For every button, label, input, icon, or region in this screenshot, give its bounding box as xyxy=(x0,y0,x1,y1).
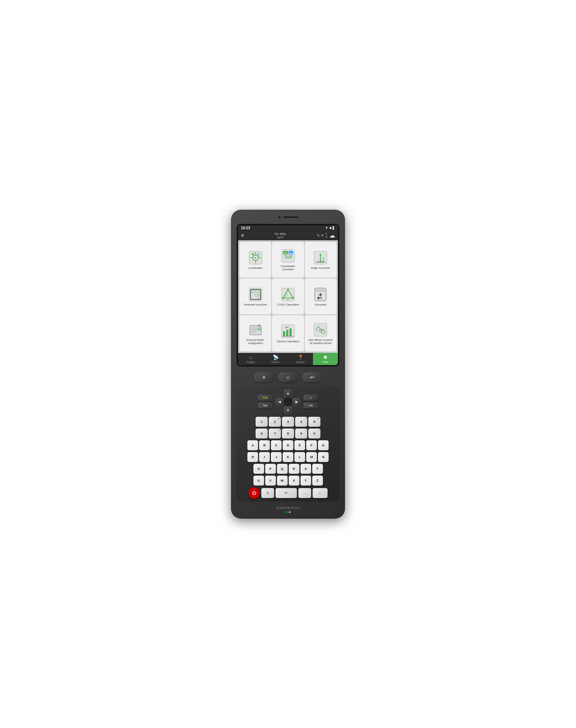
no-data-label: No data xyxy=(275,232,286,236)
header-info: No data Age0 xyxy=(246,232,314,239)
key-n[interactable]: N xyxy=(318,452,329,462)
led-2 xyxy=(289,511,290,513)
key-y[interactable]: Y xyxy=(300,476,311,486)
key-u[interactable]: U xyxy=(253,476,264,486)
hw-home-button[interactable]: ⌂ xyxy=(278,372,298,382)
svg-point-6 xyxy=(255,257,256,258)
angle-label: Angle Converter xyxy=(311,266,330,270)
dpad-right-button[interactable]: ▶ xyxy=(293,398,300,406)
key-z[interactable]: Z xyxy=(312,476,323,486)
svg-rect-41 xyxy=(316,289,325,292)
dpad-down-button[interactable]: ▼ xyxy=(284,406,292,414)
key-1[interactable]: 1! xyxy=(256,417,268,427)
localization-icon xyxy=(248,250,263,266)
screen: 10:23 ▼ ◆ ▌ ≡ No data Age0 🛰 xyxy=(238,225,338,365)
volume-icon: m³ xyxy=(280,323,296,339)
tool-localization[interactable]: Localization xyxy=(240,242,271,278)
keyboard-area: Shift Tab ▲ ▼ ◀ ▶ ☺ OK xyxy=(236,386,340,502)
key-w[interactable]: W xyxy=(277,476,288,486)
key-2[interactable]: 2@ xyxy=(269,417,281,427)
key-8[interactable]: 8* xyxy=(282,429,294,439)
dpad-row: Shift Tab ▲ ▼ ◀ ▶ ☺ OK xyxy=(239,389,337,414)
coordinates-label: Coordinates Converter xyxy=(275,265,301,271)
key-f[interactable]: F xyxy=(306,440,317,450)
key-9[interactable]: 9( xyxy=(295,429,307,439)
tool-calculator[interactable]: Calculator xyxy=(305,278,336,314)
key-7[interactable]: 7& xyxy=(269,429,281,439)
tool-perimeter[interactable]: Perimeter and Area xyxy=(240,278,271,314)
tool-offsets[interactable]: Add offsets to points at specified perio… xyxy=(305,315,336,351)
tool-coordinates[interactable]: XY BL Coordinates Converter xyxy=(272,242,304,278)
radio-icon: = = = xyxy=(248,322,263,338)
key-b[interactable]: B xyxy=(259,440,270,450)
hamburger-button[interactable]: ≡ xyxy=(241,232,244,238)
key-k[interactable]: K xyxy=(283,452,293,462)
svg-point-50 xyxy=(258,328,259,329)
battery-icon: ▌ xyxy=(333,226,335,230)
key-m[interactable]: M xyxy=(306,452,317,462)
svg-rect-48 xyxy=(251,327,257,332)
key-s[interactable]: S xyxy=(300,464,311,474)
key-g[interactable]: G xyxy=(318,440,329,450)
letter-row-4: U V W X Y Z xyxy=(239,476,337,486)
nav-survey[interactable]: 📍 Survey xyxy=(288,353,313,365)
dot-key[interactable]: . xyxy=(298,488,311,498)
shift-key[interactable]: Shift xyxy=(258,395,273,401)
key-a[interactable]: A xyxy=(247,440,258,450)
tab-key[interactable]: Tab xyxy=(258,403,273,409)
hw-menu-button[interactable]: ≡ xyxy=(254,372,274,382)
dpad-up-button[interactable]: ▲ xyxy=(284,389,292,397)
nav-device[interactable]: 📡 Device xyxy=(263,353,288,365)
nav-tools[interactable]: ✖ Tools xyxy=(313,353,338,365)
key-0[interactable]: 0) xyxy=(308,429,320,439)
key-o[interactable]: O xyxy=(253,464,264,474)
bottom-key-row: ⏻ ± ↵ . ← xyxy=(239,487,337,499)
coordinates-icon: XY BL xyxy=(280,248,296,264)
key-i[interactable]: I xyxy=(259,452,270,462)
key-r[interactable]: R xyxy=(289,464,299,474)
app-header: ≡ No data Age0 🛰 ✱ 0 0 ☁ xyxy=(238,231,338,240)
key-x[interactable]: X xyxy=(289,476,299,486)
key-3[interactable]: 3# xyxy=(282,417,294,427)
key-p[interactable]: P xyxy=(265,464,276,474)
number-row-2: 6^ 7& 8* 9( 0) xyxy=(239,429,337,439)
plus-minus-key[interactable]: ± xyxy=(261,488,274,498)
key-e[interactable]: E xyxy=(294,440,305,450)
key-j[interactable]: J xyxy=(271,452,282,462)
ok-key[interactable]: OK xyxy=(303,403,318,409)
tool-angle[interactable]: Angle Converter xyxy=(305,242,336,278)
backspace-key[interactable]: ← xyxy=(313,488,328,498)
symbol-key[interactable]: ☺ xyxy=(303,395,318,401)
svg-rect-56 xyxy=(286,330,288,336)
key-d[interactable]: D xyxy=(283,440,293,450)
calculator-icon xyxy=(313,287,328,302)
tool-cogo[interactable]: — COGO Calculation xyxy=(272,278,304,314)
nav-project[interactable]: ⌂ Project xyxy=(238,353,263,365)
key-l[interactable]: L xyxy=(294,452,305,462)
dpad-center xyxy=(284,398,292,406)
dpad-left-button[interactable]: ◀ xyxy=(276,398,283,406)
home-icon: ⌂ xyxy=(249,354,252,360)
key-q[interactable]: Q xyxy=(277,464,288,474)
tool-volume[interactable]: m³ Volume Calculation xyxy=(272,315,304,351)
power-key[interactable]: ⏻ xyxy=(248,487,260,499)
key-t[interactable]: T xyxy=(312,464,323,474)
tool-radio[interactable]: = = = External Radio configuration xyxy=(240,315,271,351)
key-h[interactable]: H xyxy=(247,452,258,462)
svg-point-38 xyxy=(287,289,289,291)
key-4[interactable]: 4$ xyxy=(295,417,307,427)
key-6[interactable]: 6^ xyxy=(256,429,268,439)
cogo-icon: — xyxy=(280,287,296,302)
brand-label: Geoelectron xyxy=(276,505,299,511)
key-c[interactable]: C xyxy=(271,440,282,450)
device-top xyxy=(235,214,341,220)
enter-key[interactable]: ↵ xyxy=(276,488,297,498)
svg-rect-59 xyxy=(314,323,327,336)
svg-text:—: — xyxy=(287,298,289,301)
radio-label: External Radio configuration xyxy=(243,338,268,345)
svg-text:= = =: = = = xyxy=(251,331,256,333)
key-v[interactable]: V xyxy=(265,476,276,486)
hw-back-button[interactable]: ↩ xyxy=(302,372,322,382)
svg-text:XY: XY xyxy=(284,252,287,255)
key-5[interactable]: 5% xyxy=(308,417,320,427)
